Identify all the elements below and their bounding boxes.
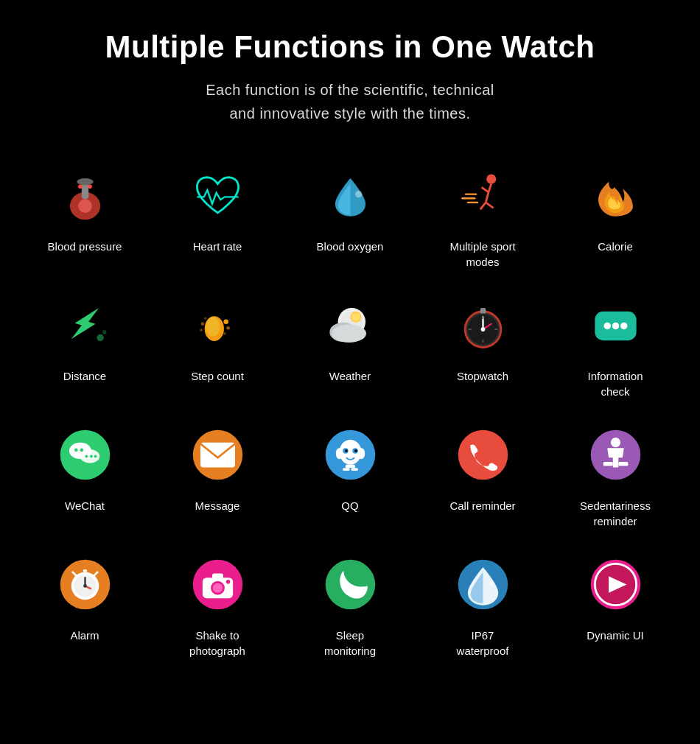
functions-grid: Blood pressure Heart rate Blood oxygen xyxy=(15,162,685,659)
blood-pressure-icon xyxy=(52,162,118,228)
stopwatch-icon xyxy=(449,292,516,358)
svg-point-21 xyxy=(223,319,228,324)
svg-rect-66 xyxy=(345,464,354,468)
svg-point-24 xyxy=(200,322,204,326)
svg-point-50 xyxy=(74,448,77,452)
svg-point-86 xyxy=(212,583,222,592)
svg-point-32 xyxy=(332,324,366,342)
svg-point-18 xyxy=(102,330,106,334)
svg-point-63 xyxy=(354,449,357,452)
svg-point-25 xyxy=(200,329,203,331)
alarm-label: Alarm xyxy=(70,628,99,643)
svg-rect-57 xyxy=(200,442,235,467)
calorie-icon xyxy=(582,162,648,228)
sleep-monitoring-icon: z z z xyxy=(317,551,383,617)
heart-rate-icon xyxy=(184,162,251,228)
function-dynamic-ui: Dynamic UI xyxy=(553,551,678,659)
call-reminder-icon xyxy=(449,421,516,488)
svg-point-69 xyxy=(458,429,508,480)
function-sedentariness: Sedentarinessreminder xyxy=(553,421,678,529)
sport-modes-icon xyxy=(449,162,516,228)
svg-text:z: z xyxy=(354,570,360,581)
svg-rect-73 xyxy=(618,461,628,466)
function-blood-pressure: Blood pressure xyxy=(22,162,147,270)
svg-rect-35 xyxy=(480,308,486,314)
svg-point-51 xyxy=(80,448,83,452)
function-blood-oxygen: Blood oxygen xyxy=(287,162,413,270)
svg-point-5 xyxy=(88,184,92,189)
message-label: Message xyxy=(195,498,240,513)
shake-photo-label: Shake tophotograph xyxy=(189,628,245,659)
svg-line-12 xyxy=(486,202,493,208)
svg-rect-82 xyxy=(83,569,87,572)
svg-point-4 xyxy=(78,184,83,189)
svg-point-30 xyxy=(351,312,360,320)
blood-oxygen-label: Blood oxygen xyxy=(317,239,384,254)
svg-point-71 xyxy=(610,438,620,447)
function-weather: Weather xyxy=(287,292,413,399)
information-check-icon xyxy=(582,292,648,358)
svg-point-88 xyxy=(225,579,230,583)
alarm-icon xyxy=(52,551,118,617)
function-sleep-monitoring: z z z Sleepmonitoring xyxy=(287,551,413,659)
svg-point-38 xyxy=(480,327,485,331)
blood-oxygen-icon xyxy=(317,162,383,228)
page-subtitle: Each function is of the scientific, tech… xyxy=(206,78,494,125)
function-calorie: Calorie xyxy=(553,162,678,270)
function-qq: QQ xyxy=(287,421,413,529)
svg-point-7 xyxy=(486,174,496,183)
function-message: Message xyxy=(155,421,280,529)
svg-rect-68 xyxy=(351,468,357,471)
svg-point-6 xyxy=(355,190,362,197)
svg-point-26 xyxy=(203,317,206,320)
function-ip67: IP67waterproof xyxy=(420,551,545,659)
svg-point-54 xyxy=(90,455,93,457)
calorie-label: Calorie xyxy=(598,239,633,254)
ip67-icon xyxy=(449,551,516,617)
svg-point-2 xyxy=(77,178,94,185)
svg-line-8 xyxy=(489,183,491,192)
qq-icon xyxy=(317,421,383,488)
svg-line-9 xyxy=(481,187,488,192)
svg-rect-87 xyxy=(212,573,223,579)
stopwatch-label: Stopwatch xyxy=(457,368,508,384)
svg-rect-72 xyxy=(603,461,612,466)
step-count-icon xyxy=(184,292,251,358)
sleep-monitoring-label: Sleepmonitoring xyxy=(324,628,376,659)
blood-pressure-label: Blood pressure xyxy=(48,239,122,254)
function-wechat: WeChat xyxy=(22,421,147,529)
function-distance: Distance xyxy=(22,292,147,399)
shake-photo-icon xyxy=(184,551,251,617)
sedentariness-label: Sedentarinessreminder xyxy=(580,498,651,529)
svg-rect-67 xyxy=(343,468,349,471)
wechat-label: WeChat xyxy=(65,498,105,513)
svg-point-46 xyxy=(620,322,627,329)
distance-icon xyxy=(52,292,118,358)
information-check-label: Informationcheck xyxy=(587,368,643,399)
function-sport-modes: Multiple sportmodes xyxy=(420,162,545,270)
svg-point-79 xyxy=(83,584,87,588)
svg-point-17 xyxy=(97,334,103,340)
dynamic-ui-icon xyxy=(582,551,648,617)
function-stopwatch: Stopwatch xyxy=(420,292,545,399)
sedentariness-icon xyxy=(582,421,648,488)
wechat-icon xyxy=(52,421,118,488)
svg-line-10 xyxy=(486,192,489,202)
svg-line-11 xyxy=(480,202,486,208)
ip67-label: IP67waterproof xyxy=(457,628,509,659)
weather-icon xyxy=(317,292,383,358)
svg-point-44 xyxy=(603,322,610,329)
weather-label: Weather xyxy=(329,368,371,384)
svg-point-62 xyxy=(345,449,348,452)
function-heart-rate: Heart rate xyxy=(155,162,280,270)
function-step-count: Step count xyxy=(155,292,280,399)
function-call-reminder: Call reminder xyxy=(420,421,545,529)
svg-point-45 xyxy=(612,322,618,329)
page-title: Multiple Functions in One Watch xyxy=(105,29,595,65)
svg-text:z: z xyxy=(360,567,363,575)
svg-point-94 xyxy=(489,580,494,586)
svg-point-22 xyxy=(226,326,230,329)
function-shake-photo: Shake tophotograph xyxy=(155,551,280,659)
function-information-check: Informationcheck xyxy=(553,292,678,399)
svg-point-65 xyxy=(357,448,364,459)
